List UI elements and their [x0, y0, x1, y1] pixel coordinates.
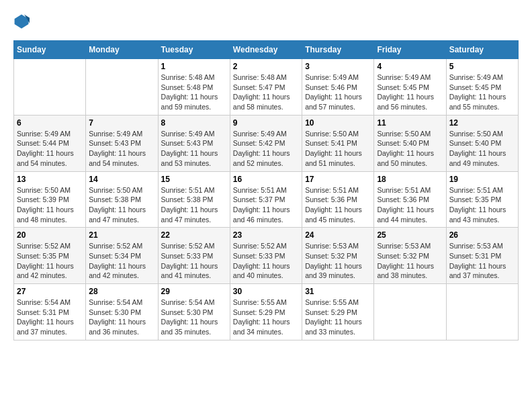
calendar-cell: 15Sunrise: 5:51 AMSunset: 5:38 PMDayligh… — [158, 171, 230, 228]
day-number: 9 — [233, 118, 299, 128]
day-number: 19 — [449, 175, 515, 184]
day-info: Sunrise: 5:49 AMSunset: 5:42 PMDaylight:… — [233, 129, 299, 169]
day-info: Sunrise: 5:53 AMSunset: 5:31 PMDaylight:… — [449, 241, 515, 281]
day-number: 3 — [305, 62, 371, 71]
calendar-header-friday: Friday — [374, 41, 446, 59]
calendar-cell: 2Sunrise: 5:48 AMSunset: 5:47 PMDaylight… — [230, 59, 302, 116]
day-info: Sunrise: 5:50 AMSunset: 5:40 PMDaylight:… — [449, 129, 515, 169]
day-info: Sunrise: 5:51 AMSunset: 5:36 PMDaylight:… — [305, 185, 371, 225]
day-info: Sunrise: 5:50 AMSunset: 5:39 PMDaylight:… — [17, 185, 83, 225]
day-number: 30 — [233, 287, 299, 296]
calendar-cell: 26Sunrise: 5:53 AMSunset: 5:31 PMDayligh… — [446, 228, 518, 284]
day-number: 5 — [449, 62, 515, 71]
day-info: Sunrise: 5:49 AMSunset: 5:45 PMDaylight:… — [449, 73, 515, 112]
calendar-header-sunday: Sunday — [14, 41, 86, 59]
day-info: Sunrise: 5:49 AMSunset: 5:43 PMDaylight:… — [89, 129, 154, 169]
calendar-cell: 16Sunrise: 5:51 AMSunset: 5:37 PMDayligh… — [230, 171, 302, 228]
day-info: Sunrise: 5:52 AMSunset: 5:33 PMDaylight:… — [233, 241, 299, 281]
day-info: Sunrise: 5:51 AMSunset: 5:36 PMDaylight:… — [377, 185, 443, 225]
calendar-cell: 27Sunrise: 5:54 AMSunset: 5:31 PMDayligh… — [14, 284, 86, 340]
logo — [13, 13, 32, 30]
calendar-cell: 20Sunrise: 5:52 AMSunset: 5:35 PMDayligh… — [14, 228, 86, 284]
day-number: 7 — [89, 118, 154, 128]
day-info: Sunrise: 5:49 AMSunset: 5:46 PMDaylight:… — [305, 73, 371, 112]
day-info: Sunrise: 5:49 AMSunset: 5:45 PMDaylight:… — [377, 73, 443, 112]
day-info: Sunrise: 5:50 AMSunset: 5:38 PMDaylight:… — [89, 185, 154, 225]
day-info: Sunrise: 5:55 AMSunset: 5:29 PMDaylight:… — [233, 298, 299, 337]
calendar-header-saturday: Saturday — [446, 41, 518, 59]
day-info: Sunrise: 5:53 AMSunset: 5:32 PMDaylight:… — [305, 241, 371, 281]
calendar-cell: 14Sunrise: 5:50 AMSunset: 5:38 PMDayligh… — [86, 171, 158, 228]
day-number: 6 — [17, 118, 83, 128]
day-number: 2 — [233, 62, 299, 71]
day-info: Sunrise: 5:52 AMSunset: 5:35 PMDaylight:… — [17, 241, 83, 281]
day-number: 13 — [17, 175, 83, 184]
day-info: Sunrise: 5:51 AMSunset: 5:38 PMDaylight:… — [161, 185, 227, 225]
day-info: Sunrise: 5:52 AMSunset: 5:34 PMDaylight:… — [89, 241, 154, 281]
day-number: 16 — [233, 175, 299, 184]
calendar-cell: 23Sunrise: 5:52 AMSunset: 5:33 PMDayligh… — [230, 228, 302, 284]
day-info: Sunrise: 5:51 AMSunset: 5:35 PMDaylight:… — [449, 185, 515, 225]
calendar-week-row: 6Sunrise: 5:49 AMSunset: 5:44 PMDaylight… — [14, 115, 519, 171]
calendar-cell: 21Sunrise: 5:52 AMSunset: 5:34 PMDayligh… — [86, 228, 158, 284]
calendar-header-monday: Monday — [86, 41, 158, 59]
calendar-cell: 12Sunrise: 5:50 AMSunset: 5:40 PMDayligh… — [446, 115, 518, 171]
day-number: 15 — [161, 175, 227, 184]
calendar-cell: 18Sunrise: 5:51 AMSunset: 5:36 PMDayligh… — [374, 171, 446, 228]
day-number: 28 — [89, 287, 154, 296]
calendar-cell: 22Sunrise: 5:52 AMSunset: 5:33 PMDayligh… — [158, 228, 230, 284]
calendar-header-row: SundayMondayTuesdayWednesdayThursdayFrid… — [14, 41, 519, 59]
day-number: 21 — [89, 230, 154, 240]
calendar-cell: 10Sunrise: 5:50 AMSunset: 5:41 PMDayligh… — [302, 115, 374, 171]
day-number: 4 — [377, 62, 443, 71]
calendar-cell — [86, 59, 158, 116]
day-info: Sunrise: 5:48 AMSunset: 5:48 PMDaylight:… — [161, 73, 227, 112]
day-info: Sunrise: 5:54 AMSunset: 5:30 PMDaylight:… — [89, 298, 154, 337]
calendar-cell — [374, 284, 446, 340]
calendar-cell: 19Sunrise: 5:51 AMSunset: 5:35 PMDayligh… — [446, 171, 518, 228]
calendar-week-row: 13Sunrise: 5:50 AMSunset: 5:39 PMDayligh… — [14, 171, 519, 228]
calendar-week-row: 1Sunrise: 5:48 AMSunset: 5:48 PMDaylight… — [14, 59, 519, 116]
day-number: 26 — [449, 230, 515, 240]
calendar-cell: 11Sunrise: 5:50 AMSunset: 5:40 PMDayligh… — [374, 115, 446, 171]
calendar-cell: 28Sunrise: 5:54 AMSunset: 5:30 PMDayligh… — [86, 284, 158, 340]
page-header — [13, 13, 519, 30]
calendar-header-thursday: Thursday — [302, 41, 374, 59]
day-number: 25 — [377, 230, 443, 240]
calendar-table: SundayMondayTuesdayWednesdayThursdayFrid… — [13, 40, 519, 340]
day-info: Sunrise: 5:50 AMSunset: 5:40 PMDaylight:… — [377, 129, 443, 169]
day-number: 10 — [305, 118, 371, 128]
calendar-cell: 8Sunrise: 5:49 AMSunset: 5:43 PMDaylight… — [158, 115, 230, 171]
calendar-cell: 4Sunrise: 5:49 AMSunset: 5:45 PMDaylight… — [374, 59, 446, 116]
calendar-cell: 13Sunrise: 5:50 AMSunset: 5:39 PMDayligh… — [14, 171, 86, 228]
calendar-cell: 31Sunrise: 5:55 AMSunset: 5:29 PMDayligh… — [302, 284, 374, 340]
day-number: 12 — [449, 118, 515, 128]
logo-icon — [13, 13, 30, 30]
day-number: 8 — [161, 118, 227, 128]
day-number: 23 — [233, 230, 299, 240]
day-info: Sunrise: 5:53 AMSunset: 5:32 PMDaylight:… — [377, 241, 443, 281]
calendar-cell: 6Sunrise: 5:49 AMSunset: 5:44 PMDaylight… — [14, 115, 86, 171]
day-number: 11 — [377, 118, 443, 128]
day-info: Sunrise: 5:54 AMSunset: 5:30 PMDaylight:… — [161, 298, 227, 337]
day-info: Sunrise: 5:54 AMSunset: 5:31 PMDaylight:… — [17, 298, 83, 337]
day-number: 29 — [161, 287, 227, 296]
calendar-cell: 29Sunrise: 5:54 AMSunset: 5:30 PMDayligh… — [158, 284, 230, 340]
calendar-cell — [14, 59, 86, 116]
calendar-week-row: 20Sunrise: 5:52 AMSunset: 5:35 PMDayligh… — [14, 228, 519, 284]
calendar-cell: 30Sunrise: 5:55 AMSunset: 5:29 PMDayligh… — [230, 284, 302, 340]
day-number: 20 — [17, 230, 83, 240]
calendar-header-tuesday: Tuesday — [158, 41, 230, 59]
calendar-cell — [446, 284, 518, 340]
day-number: 31 — [305, 287, 371, 296]
day-info: Sunrise: 5:51 AMSunset: 5:37 PMDaylight:… — [233, 185, 299, 225]
calendar-cell: 1Sunrise: 5:48 AMSunset: 5:48 PMDaylight… — [158, 59, 230, 116]
day-info: Sunrise: 5:49 AMSunset: 5:44 PMDaylight:… — [17, 129, 83, 169]
day-number: 18 — [377, 175, 443, 184]
calendar-cell: 17Sunrise: 5:51 AMSunset: 5:36 PMDayligh… — [302, 171, 374, 228]
calendar-cell: 5Sunrise: 5:49 AMSunset: 5:45 PMDaylight… — [446, 59, 518, 116]
day-number: 1 — [161, 62, 227, 71]
calendar-header-wednesday: Wednesday — [230, 41, 302, 59]
calendar-cell: 3Sunrise: 5:49 AMSunset: 5:46 PMDaylight… — [302, 59, 374, 116]
calendar-week-row: 27Sunrise: 5:54 AMSunset: 5:31 PMDayligh… — [14, 284, 519, 340]
